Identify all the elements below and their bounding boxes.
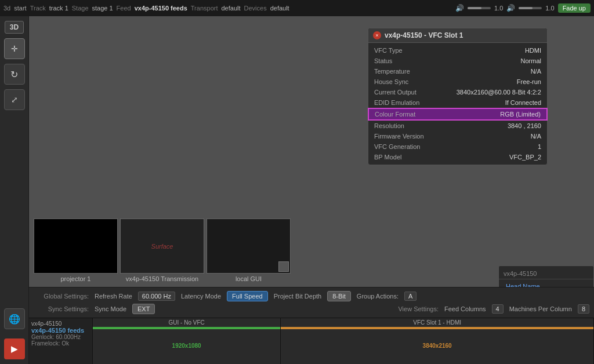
logo-icon: ▶ [11,344,17,354]
feed-device-name: vx4p-45150 [31,321,90,327]
globe-tool-button[interactable]: 🌐 [4,308,25,329]
volume-icon-2: 🔊 [506,4,515,12]
feed-columns-label: Feed Columns [444,305,486,312]
sync-settings-label: Sync Settings: [34,305,89,312]
preview-box-local-gui: local GUI [207,219,291,282]
feed-gui-resolution: 1920x1080 [172,343,201,349]
feed-item-gui-header: GUI - No VFC [93,318,280,327]
breadcrumb-stage-value[interactable]: stage 1 [92,5,113,12]
breadcrumb-transport-value[interactable]: default [221,5,240,12]
group-actions-value[interactable]: A [404,292,416,301]
feed-gui-bar [93,327,280,329]
preview-label-local-gui: local GUI [236,275,262,282]
sync-settings-row: Sync Settings: Sync Mode EXT View Settin… [34,304,589,314]
feed-feed-name[interactable]: vx4p-45150 feeds [31,327,90,334]
surface-logo: Surface [151,243,173,250]
vfc-row-current-output: Current Output3840x2160@60.00 8-Bit 4:2:… [368,87,547,97]
global-settings-row: Global Settings: Refresh Rate 60.000 Hz … [34,291,589,301]
global-settings-label: Global Settings: [34,293,89,300]
move-tool-button[interactable]: ✛ [4,38,25,59]
left-sidebar: 3D ✛ ↻ ⤢ 🌐 ▶ [0,16,29,364]
volume-slider-1[interactable] [468,7,491,9]
local-gui-indicator [278,261,289,272]
bitdepth-button[interactable]: 8-Bit [327,291,351,301]
feed-vfc-resolution: 3840x2160 [423,343,452,349]
breadcrumb-feed-value[interactable]: vx4p-45150 feeds [135,5,187,12]
volume-slider-2[interactable] [519,7,542,9]
breadcrumb-track-label: Track [30,5,46,12]
refresh-rate-value[interactable]: 60.000 Hz [138,292,175,301]
breadcrumb-devices-value[interactable]: default [270,5,289,12]
feed-sidebar: vx4p-45150 vx4p-45150 feeds Genlock: 60.… [29,318,93,364]
vfc-panel-close-button[interactable]: × [373,31,381,39]
vfc-row-vfc-generation: VFC Generation1 [368,141,547,152]
context-menu: vx4p-45150 Head NamePort statusDisplay M… [498,265,594,287]
context-item-head-name[interactable]: Head Name [499,281,593,287]
globe-icon: 🌐 [9,314,20,325]
rotate-tool-button[interactable]: ↻ [4,64,25,85]
main-layout: 3D ✛ ↻ ⤢ 🌐 ▶ × vx4p-45150 - VFC Slot 1 [0,16,594,364]
volume-icon-1: 🔊 [455,4,464,12]
breadcrumb-track-value[interactable]: track 1 [49,5,68,12]
top-bar: 3d start Track track 1 Stage stage 1 Fee… [0,0,594,16]
feed-vfc-bar [281,327,593,329]
vfc-row-house-sync: House SyncFree-run [368,77,547,87]
feed-genlock: Genlock: 60.000Hz [31,334,90,340]
breadcrumb-start[interactable]: start [14,5,26,12]
sync-mode-label: Sync Mode [95,305,126,312]
feed-item-vfc[interactable]: VFC Slot 1 - HDMI 3840x2160 [281,318,594,364]
rotate-icon: ↻ [10,69,18,80]
preview-label-projector: projector 1 [61,275,91,282]
preview-screen-vx4p[interactable]: Surface [120,219,204,274]
machines-per-column-label: Machines Per Column [509,305,572,312]
fullscreen-icon: ⤢ [11,95,18,104]
vfc-row-vfc-type: VFC TypeHDMI [368,45,547,56]
breadcrumb-feed-label: Feed [117,5,131,12]
app-icon: 3d [3,5,10,12]
fade-up-button[interactable]: Fade up [558,3,591,13]
latency-mode-label: Latency Mode [181,293,221,300]
vfc-row-edid-emulation: EDID EmulationIf Connected [368,97,547,108]
viewport[interactable]: × vx4p-45150 - VFC Slot 1 VFC TypeHDMISt… [29,16,594,287]
breadcrumb-devices-label: Devices [244,5,267,12]
feed-framelock: Framelock: Ok [31,340,90,347]
bottom-controls: Global Settings: Refresh Rate 60.000 Hz … [29,287,594,318]
latency-mode-button[interactable]: Full Speed [227,291,268,301]
vfc-panel-header: × vx4p-45150 - VFC Slot 1 [368,28,547,43]
sync-mode-button[interactable]: EXT [132,304,155,314]
feed-item-gui-preview: 1920x1080 [93,327,280,364]
app-logo: ▶ [4,338,25,359]
preview-box-projector: projector 1 [34,219,118,282]
preview-row: projector 1 Surface vx4p-45150 Transmiss… [29,214,295,287]
move-icon: ✛ [11,44,18,53]
group-actions-label: Group Actions: [357,293,399,300]
vfc-row-status: StatusNormal [368,56,547,66]
vfc-panel-title: vx4p-45150 - VFC Slot 1 [385,31,463,39]
preview-screen-local-gui[interactable] [207,219,291,274]
vfc-row-firmware-version: Firmware VersionN/A [368,131,547,141]
fullscreen-tool-button[interactable]: ⤢ [4,89,25,110]
vfc-row-colour-format: Colour FormatRGB (Limited) [368,108,548,121]
preview-box-vx4p: Surface vx4p-45150 Transmission [120,219,204,282]
vfc-info-panel: × vx4p-45150 - VFC Slot 1 VFC TypeHDMISt… [368,28,548,165]
vfc-row-resolution: Resolution3840 , 2160 [368,121,547,131]
feed-item-gui[interactable]: GUI - No VFC 1920x1080 [93,318,281,364]
breadcrumb-stage-label: Stage [72,5,89,12]
vfc-row-temperature: TemperatureN/A [368,66,547,77]
vfc-row-bp-model: BP ModelVFC_BP_2 [368,152,547,162]
content-area: × vx4p-45150 - VFC Slot 1 VFC TypeHDMISt… [29,16,594,364]
machines-per-column-value[interactable]: 8 [578,304,589,314]
context-menu-header: vx4p-45150 [499,268,593,279]
bottom-feed-section: vx4p-45150 vx4p-45150 feeds Genlock: 60.… [29,318,594,364]
refresh-rate-label: Refresh Rate [95,293,132,300]
vfc-panel-body: VFC TypeHDMIStatusNormalTemperatureN/AHo… [368,43,547,165]
volume-value-2: 1.0 [545,5,554,12]
feed-item-vfc-preview: 3840x2160 [281,327,593,364]
preview-screen-projector[interactable] [34,219,118,274]
volume-value-1: 1.0 [494,5,503,12]
breadcrumb-transport-label: Transport [191,5,218,12]
feed-columns-value[interactable]: 4 [492,304,504,314]
feed-item-vfc-header: VFC Slot 1 - HDMI [281,318,593,327]
bitdepth-label: Project Bit Depth [274,293,322,300]
3d-button[interactable]: 3D [5,21,24,34]
